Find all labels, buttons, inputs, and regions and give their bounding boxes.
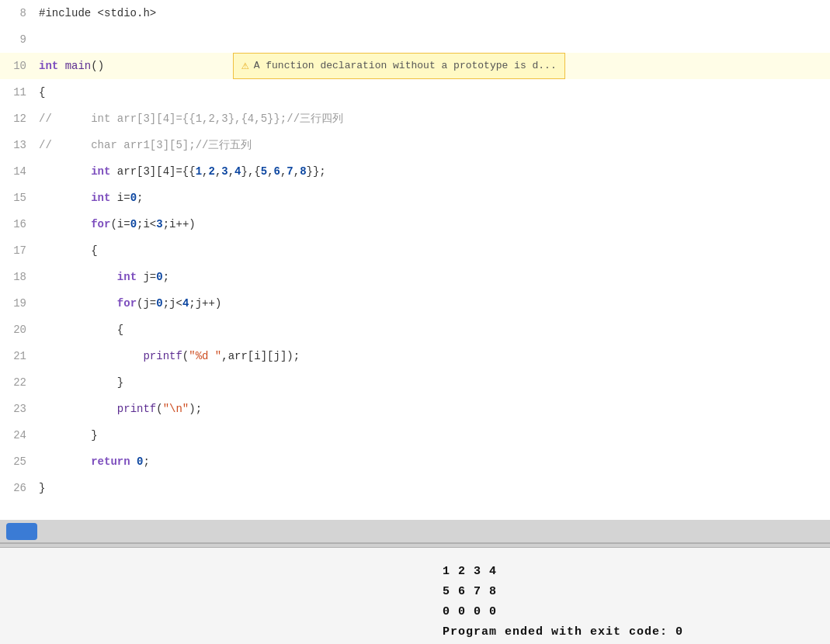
line-number: 18 xyxy=(0,264,39,290)
line-number: 24 xyxy=(0,422,39,448)
code-line-17: 17 { xyxy=(0,237,830,264)
line-content: int arr[3][4]={{1,2,3,4},{5,6,7,8}}; xyxy=(39,158,830,185)
code-line-11: 11{ xyxy=(0,79,830,106)
line-content: printf("\n"); xyxy=(39,396,830,422)
line-content: printf("%d ",arr[i][j]); xyxy=(39,343,830,369)
line-number: 20 xyxy=(0,317,39,343)
line-content: for(i=0;i<3;i++) xyxy=(39,211,830,237)
output-line-1: 1 2 3 4 xyxy=(443,562,830,582)
line-number: 14 xyxy=(0,158,39,185)
line-content: int i=0; xyxy=(39,185,830,211)
code-container: 8#include <stdio.h>9 10int main()⚠A func… xyxy=(0,0,830,501)
line-number: 17 xyxy=(0,237,39,264)
line-content: { xyxy=(39,317,830,343)
terminal-area: 1 2 3 4 5 6 7 8 0 0 0 0 Program ended wi… xyxy=(0,548,830,644)
line-content: int j=0; xyxy=(39,264,830,290)
code-line-16: 16 for(i=0;i<3;i++) xyxy=(0,211,830,237)
code-line-18: 18 int j=0; xyxy=(0,264,830,290)
line-number: 8 xyxy=(0,0,39,26)
warning-tooltip: ⚠A function declaration without a protot… xyxy=(233,53,565,79)
editor-area: 8#include <stdio.h>9 10int main()⚠A func… xyxy=(0,0,830,520)
line-number: 22 xyxy=(0,369,39,396)
code-line-20: 20 { xyxy=(0,317,830,343)
line-number: 15 xyxy=(0,185,39,211)
line-number: 12 xyxy=(0,106,39,132)
line-content: #include <stdio.h> xyxy=(39,0,830,26)
terminal-output: 1 2 3 4 5 6 7 8 0 0 0 0 Program ended wi… xyxy=(0,556,830,644)
line-content: } xyxy=(39,422,830,448)
line-content: // int arr[3][4]={{1,2,3},{4,5}};//三行四列 xyxy=(39,106,830,132)
line-content: // char arr1[3][5];//三行五列 xyxy=(39,132,830,158)
code-line-13: 13// char arr1[3][5];//三行五列 xyxy=(0,132,830,158)
control-bar xyxy=(0,520,830,543)
line-number: 16 xyxy=(0,211,39,237)
code-line-26: 26} xyxy=(0,475,830,501)
code-line-15: 15 int i=0; xyxy=(0,185,830,211)
code-line-14: 14 int arr[3][4]={{1,2,3,4},{5,6,7,8}}; xyxy=(0,158,830,185)
warning-message: A function declaration without a prototy… xyxy=(254,53,557,79)
line-content xyxy=(39,26,830,53)
line-number: 13 xyxy=(0,132,39,158)
line-number: 25 xyxy=(0,448,39,475)
line-number: 11 xyxy=(0,79,39,106)
output-line-2: 5 6 7 8 xyxy=(443,582,830,602)
line-number: 26 xyxy=(0,475,39,501)
line-content: } xyxy=(39,369,830,396)
line-number: 19 xyxy=(0,290,39,317)
warning-icon: ⚠ xyxy=(241,53,249,79)
output-line-4: Program ended with exit code: 0 xyxy=(443,622,830,642)
code-line-12: 12// int arr[3][4]={{1,2,3},{4,5}};//三行四… xyxy=(0,106,830,132)
line-content: { xyxy=(39,237,830,264)
code-line-21: 21 printf("%d ",arr[i][j]); xyxy=(0,343,830,369)
code-line-10: 10int main()⚠A function declaration with… xyxy=(0,53,830,79)
line-number: 23 xyxy=(0,396,39,422)
code-line-9: 9 xyxy=(0,26,830,53)
code-line-23: 23 printf("\n"); xyxy=(0,396,830,422)
code-line-24: 24 } xyxy=(0,422,830,448)
line-content: return 0; xyxy=(39,448,830,475)
line-content: for(j=0;j<4;j++) xyxy=(39,290,830,317)
code-line-22: 22 } xyxy=(0,369,830,396)
run-button[interactable] xyxy=(6,523,37,540)
line-content: } xyxy=(39,475,830,501)
line-number: 10 xyxy=(0,53,39,79)
line-number: 9 xyxy=(0,26,39,53)
code-line-25: 25 return 0; xyxy=(0,448,830,475)
output-line-3: 0 0 0 0 xyxy=(443,602,830,622)
line-number: 21 xyxy=(0,343,39,369)
code-line-8: 8#include <stdio.h> xyxy=(0,0,830,26)
line-content: { xyxy=(39,79,830,106)
code-line-19: 19 for(j=0;j<4;j++) xyxy=(0,290,830,317)
